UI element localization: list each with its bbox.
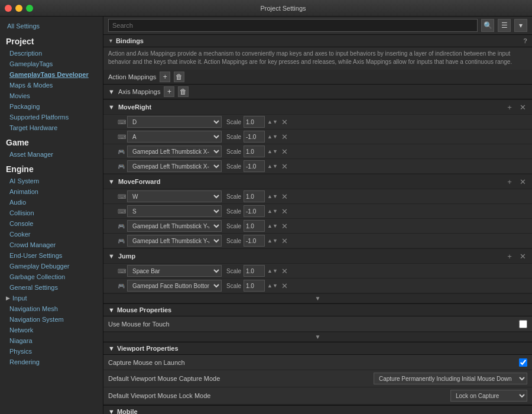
mouse-scroll-down-icon[interactable]: ▼ [315, 334, 321, 340]
sidebar-item-gameplaytags-dev[interactable]: GameplayTags Developer [0, 69, 103, 80]
moveright-row2-remove[interactable]: ✕ [280, 132, 290, 141]
sidebar-item-navigation-system[interactable]: Navigation System [0, 314, 103, 325]
sidebar-item-gameplaytags[interactable]: GameplayTags [0, 59, 103, 69]
moveright-row4-remove[interactable]: ✕ [280, 161, 290, 171]
moveforward-scale4-input[interactable] [244, 235, 265, 247]
mf-scale3-up-icon[interactable]: ▲▼ [267, 223, 278, 229]
moveforward-row2-remove[interactable]: ✕ [280, 206, 290, 216]
moveright-key4-select[interactable]: Gamepad Left Thumbstick X-Axi... [127, 160, 222, 172]
moveright-remove-button[interactable]: ✕ [518, 102, 527, 112]
default-capture-mode-select[interactable]: Capture Permanently Including Initial Mo… [374, 373, 527, 384]
mf-scale2-up-icon[interactable]: ▲▼ [267, 208, 278, 214]
jump-remove-button[interactable]: ✕ [518, 251, 527, 261]
sidebar-item-network[interactable]: Network [0, 325, 103, 335]
axis-mappings-toolbar: ▼ Axis Mappings + 🗑 [103, 85, 532, 99]
jump-row2-remove[interactable]: ✕ [280, 281, 290, 290]
sidebar-item-collision[interactable]: Collision [0, 208, 103, 218]
sidebar-item-gameplay-debugger[interactable]: Gameplay Debugger [0, 261, 103, 271]
jump-scale2-input[interactable] [244, 280, 265, 292]
scale4-up-icon[interactable]: ▲▼ [267, 163, 278, 169]
default-lock-mode-select[interactable]: Lock on Capture [450, 390, 527, 402]
axis-remove-button[interactable]: 🗑 [178, 86, 189, 97]
moveright-scale3-input[interactable] [244, 145, 265, 157]
moveforward-key1-select[interactable]: W [127, 190, 222, 202]
sidebar-item-general-settings[interactable]: General Settings [0, 282, 103, 293]
moveright-scale2-input[interactable] [244, 131, 265, 143]
moveright-row3-remove[interactable]: ✕ [280, 147, 290, 156]
sidebar-item-asset-manager[interactable]: Asset Manager [0, 149, 103, 160]
jump-scale-label1: Scale [226, 268, 241, 274]
action-add-button[interactable]: + [160, 72, 170, 82]
jump-key1-select[interactable]: Space Bar [127, 265, 222, 277]
moveright-key1-select[interactable]: D [127, 116, 222, 128]
jump-key2-select[interactable]: Gamepad Face Button Bottom [127, 280, 222, 292]
default-lock-mode-row: Default Viewport Mouse Lock Mode Lock on… [103, 387, 532, 405]
bindings-help-icon[interactable]: ? [523, 37, 527, 44]
sidebar-item-input[interactable]: ▶ Input [0, 293, 103, 303]
scale-label1: Scale [226, 119, 241, 125]
moveright-scale1-input[interactable] [244, 116, 265, 128]
sidebar-item-navigation-mesh[interactable]: Navigation Mesh [0, 303, 103, 314]
moveforward-key3-select[interactable]: Gamepad Left Thumbstick Y-Axi... [127, 220, 222, 232]
jump-scale2-up-icon[interactable]: ▲▼ [267, 283, 278, 289]
action-remove-button[interactable]: 🗑 [174, 72, 184, 82]
scale3-up-icon[interactable]: ▲▼ [267, 148, 278, 154]
moveforward-remove-button[interactable]: ✕ [518, 177, 527, 186]
mf-scale4-up-icon[interactable]: ▲▼ [267, 238, 278, 244]
search-button[interactable]: 🔍 [481, 19, 494, 32]
scroll-down-icon[interactable]: ▼ [315, 295, 321, 302]
scale2-up-icon[interactable]: ▲▼ [267, 134, 278, 140]
sidebar-item-movies[interactable]: Movies [0, 90, 103, 101]
mf-scale1-up-icon[interactable]: ▲▼ [267, 193, 278, 199]
axis-add-button[interactable]: + [164, 86, 174, 97]
jump-scale1-input[interactable] [244, 265, 265, 277]
moveright-add-button[interactable]: + [505, 102, 514, 112]
capture-mouse-launch-checkbox[interactable] [519, 358, 527, 367]
sidebar-item-packaging[interactable]: Packaging [0, 101, 103, 112]
use-mouse-touch-row: Use Mouse for Touch [103, 316, 532, 332]
moveforward-scale1-input[interactable] [244, 190, 265, 202]
moveright-row1-remove[interactable]: ✕ [280, 117, 290, 127]
jump-add-button[interactable]: + [505, 251, 514, 261]
sidebar-item-crowd-manager[interactable]: Crowd Manager [0, 240, 103, 250]
search-input[interactable] [108, 19, 478, 32]
sidebar-item-supported-platforms[interactable]: Supported Platforms [0, 112, 103, 122]
settings-dropdown-button[interactable]: ▾ [514, 19, 527, 32]
sidebar-item-end-user-settings[interactable]: End-User Settings [0, 250, 103, 261]
jump-scale1-up-icon[interactable]: ▲▼ [267, 268, 278, 274]
scale1-up-icon[interactable]: ▲▼ [267, 119, 278, 125]
key-icon: ⌨ [118, 193, 125, 200]
sidebar-item-niagara[interactable]: Niagara [0, 335, 103, 346]
sidebar-item-console[interactable]: Console [0, 218, 103, 229]
list-view-button[interactable]: ☰ [498, 19, 511, 32]
moveforward-key2-select[interactable]: S [127, 205, 222, 217]
use-mouse-touch-checkbox[interactable] [519, 320, 527, 328]
moveforward-add-button[interactable]: + [505, 177, 514, 186]
moveright-key2-select[interactable]: A [127, 131, 222, 143]
default-lock-mode-value: Lock on Capture [450, 390, 527, 402]
jump-triangle-icon: ▼ [108, 253, 115, 260]
moveforward-scale2-input[interactable] [244, 205, 265, 217]
maximize-button[interactable] [26, 5, 33, 12]
sidebar-item-description[interactable]: Description [0, 48, 103, 59]
minimize-button[interactable] [15, 5, 22, 12]
moveforward-row1-remove[interactable]: ✕ [280, 192, 290, 201]
sidebar-item-maps-modes[interactable]: Maps & Modes [0, 80, 103, 90]
moveforward-key4-select[interactable]: Gamepad Left Thumbstick Y-Axi... [127, 235, 222, 247]
sidebar-item-garbage-collection[interactable]: Garbage Collection [0, 271, 103, 282]
sidebar-item-animation[interactable]: Animation [0, 186, 103, 197]
moveforward-row4-remove[interactable]: ✕ [280, 236, 290, 245]
sidebar-item-target-hardware[interactable]: Target Hardware [0, 122, 103, 133]
sidebar-item-physics[interactable]: Physics [0, 346, 103, 357]
close-button[interactable] [5, 5, 12, 12]
moveright-key3-select[interactable]: Gamepad Left Thumbstick X-Axi... [127, 145, 222, 157]
moveforward-row3-remove[interactable]: ✕ [280, 221, 290, 231]
jump-row1-remove[interactable]: ✕ [280, 266, 290, 276]
sidebar-item-ai-system[interactable]: AI System [0, 176, 103, 186]
moveright-scale4-input[interactable] [244, 160, 265, 172]
sidebar-item-cooker[interactable]: Cooker [0, 229, 103, 240]
sidebar-all-settings[interactable]: All Settings [0, 20, 103, 32]
sidebar-item-audio[interactable]: Audio [0, 197, 103, 208]
sidebar-item-rendering[interactable]: Rendering [0, 357, 103, 367]
moveforward-scale3-input[interactable] [244, 220, 265, 232]
